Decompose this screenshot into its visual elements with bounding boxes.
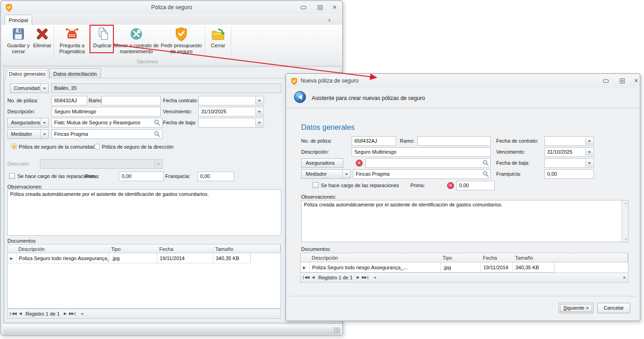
delete-button[interactable]: Eliminar bbox=[32, 26, 53, 64]
cell-tipo[interactable]: .jpg bbox=[109, 253, 157, 263]
col-header-descripcion[interactable]: Descripción bbox=[309, 253, 441, 262]
tab-datos-domiciliacion[interactable]: Datos domiciliación bbox=[49, 68, 101, 78]
reparaciones-checkbox[interactable] bbox=[9, 173, 15, 179]
radio-poliza-comunidad[interactable] bbox=[11, 144, 17, 150]
chevron-down-icon[interactable] bbox=[255, 97, 263, 105]
scroll-left-icon[interactable]: ◀ bbox=[79, 312, 85, 316]
scroll-right-icon[interactable]: ▶ bbox=[622, 276, 628, 279]
comunidad-field[interactable]: Bailén, 20 bbox=[51, 83, 281, 93]
chevron-down-icon[interactable] bbox=[255, 108, 263, 116]
ramo-field[interactable] bbox=[417, 136, 491, 146]
ramo-field[interactable] bbox=[101, 96, 161, 106]
chevron-down-icon[interactable] bbox=[255, 119, 263, 127]
fecha-baja-field[interactable] bbox=[544, 158, 594, 168]
minimize-button[interactable] bbox=[298, 4, 308, 11]
fecha-contrato-field[interactable] bbox=[544, 136, 594, 146]
aseguradora-field[interactable] bbox=[365, 158, 491, 168]
scroll-up-icon[interactable]: ▲ bbox=[622, 201, 629, 205]
cell-fecha[interactable]: 19/11/2014 bbox=[481, 262, 513, 272]
maximize-button[interactable] bbox=[315, 4, 325, 11]
cell-tamano[interactable]: 340,35 KB bbox=[513, 262, 554, 272]
col-header-tamano[interactable]: Tamaño bbox=[513, 253, 554, 262]
col-header-fecha[interactable]: Fecha bbox=[481, 253, 513, 262]
search-icon[interactable] bbox=[482, 171, 489, 177]
search-icon[interactable] bbox=[482, 160, 489, 166]
grid-corner bbox=[7, 244, 17, 253]
scroll-down-icon[interactable]: ▼ bbox=[622, 238, 629, 241]
minimize-button[interactable] bbox=[601, 77, 611, 84]
aseguradora-field[interactable]: Fiatc Mutua de Seguros y Reaseguros bbox=[51, 118, 162, 128]
nav-last-icon[interactable]: ▶▶ bbox=[67, 312, 75, 316]
tab-datos-generales[interactable]: Datos generales bbox=[6, 68, 49, 78]
mediador-field[interactable]: Fincas Pragma bbox=[353, 169, 491, 179]
observaciones-textarea[interactable]: Póliza creada automáticamente por el asi… bbox=[301, 200, 628, 242]
mediador-selector[interactable]: Mediador bbox=[7, 129, 49, 139]
ribbon-collapse-icon[interactable]: ∧ bbox=[328, 17, 331, 22]
radio-poliza-direccion[interactable] bbox=[94, 144, 100, 150]
cell-fecha[interactable]: 19/11/2014 bbox=[157, 253, 213, 263]
fecha-baja-field[interactable] bbox=[198, 118, 264, 128]
search-icon[interactable] bbox=[154, 119, 160, 126]
chevron-down-icon[interactable] bbox=[585, 137, 593, 145]
nav-next-icon[interactable]: ▶ bbox=[355, 276, 360, 279]
nav-prev-icon[interactable]: ◀ bbox=[310, 276, 315, 279]
vencimiento-field[interactable]: 31/10/2025 bbox=[198, 107, 264, 117]
descripcion-field[interactable]: Seguro Multiriesgo bbox=[352, 147, 491, 157]
close-form-button[interactable]: Cerrar bbox=[206, 26, 230, 64]
no-poliza-field[interactable]: 658432AJ bbox=[51, 96, 87, 106]
col-header-descripcion[interactable]: Descripción bbox=[16, 244, 109, 253]
franquicia-field[interactable]: 0,00 bbox=[197, 172, 234, 181]
cell-tamano[interactable]: 340,35 KB bbox=[213, 253, 251, 263]
fecha-contrato-field[interactable] bbox=[198, 96, 264, 106]
radio-direccion-label: Póliza de seguro de la dirección bbox=[102, 144, 174, 150]
cancel-button[interactable]: Cancelar bbox=[597, 303, 630, 313]
nav-first-icon[interactable]: ◀◀ bbox=[10, 312, 17, 316]
search-icon[interactable] bbox=[154, 131, 160, 137]
close-icon: ✕ bbox=[634, 78, 638, 83]
nav-last-icon[interactable]: ▶▶ bbox=[360, 276, 368, 279]
nav-next-icon[interactable]: ▶ bbox=[62, 312, 67, 316]
nav-prev-icon[interactable]: ◀ bbox=[17, 312, 22, 316]
prima-field[interactable]: 0,00 bbox=[119, 172, 164, 181]
row-selector[interactable]: ▶ bbox=[8, 253, 17, 263]
scroll-left-icon[interactable]: ◀ bbox=[372, 276, 378, 279]
vencimiento-value: 31/10/2025 bbox=[547, 149, 572, 155]
shield-check-icon bbox=[174, 27, 189, 41]
col-header-tipo[interactable]: Tipo bbox=[440, 253, 481, 262]
back-icon[interactable] bbox=[294, 91, 306, 103]
observaciones-textarea[interactable]: Póliza creada automáticamente por el asi… bbox=[7, 189, 281, 236]
col-header-tipo[interactable]: Tipo bbox=[109, 244, 157, 253]
nav-first-icon[interactable]: ◀◀ bbox=[303, 276, 310, 279]
mediador-field[interactable]: Fincas Pragma bbox=[51, 129, 162, 139]
comunidad-selector[interactable]: Comunidad bbox=[10, 83, 49, 93]
next-button[interactable]: Siguiente > bbox=[559, 303, 594, 313]
save-close-button[interactable]: Guardar y cerrar bbox=[5, 26, 32, 64]
cell-descripcion[interactable]: Poliza Seguro todo riesgo Assegurança_..… bbox=[17, 253, 109, 263]
chevron-down-icon[interactable] bbox=[585, 148, 593, 156]
vencimiento-label: Vencimiento: bbox=[496, 149, 525, 155]
no-poliza-field[interactable]: 658432AJ bbox=[352, 136, 396, 146]
maximize-button[interactable] bbox=[617, 77, 627, 84]
mediador-selector-label: Mediador bbox=[11, 131, 32, 137]
ask-pragmatica-button[interactable]: Pregunta a Pragmática bbox=[55, 26, 89, 64]
franquicia-field[interactable]: 0,00 bbox=[544, 169, 594, 179]
ribbon-tab-principal[interactable]: Principal bbox=[5, 15, 32, 25]
descripcion-field[interactable]: Seguro Multiriesgo bbox=[51, 107, 161, 117]
reparaciones-checkbox[interactable] bbox=[313, 182, 319, 188]
col-header-tamano[interactable]: Tamaño bbox=[213, 244, 251, 253]
col-header-fecha[interactable]: Fecha bbox=[157, 244, 213, 253]
mediador-selector[interactable]: Mediador bbox=[301, 169, 351, 179]
resize-grip[interactable] bbox=[334, 327, 340, 333]
prima-field[interactable]: 0,00 bbox=[456, 181, 495, 190]
aseguradora-selector[interactable]: Aseguradora bbox=[7, 118, 49, 128]
textarea-scrollbar[interactable]: ▲ ▼ bbox=[622, 200, 628, 242]
aseguradora-selector[interactable]: Aseguradora bbox=[301, 158, 343, 168]
close-button[interactable]: ✕ bbox=[631, 77, 641, 84]
grid-corner bbox=[300, 253, 310, 262]
close-button[interactable]: ✕ bbox=[330, 4, 340, 11]
chevron-down-icon[interactable] bbox=[585, 159, 593, 167]
row-selector[interactable]: ▶ bbox=[301, 262, 310, 272]
vencimiento-field[interactable]: 31/10/2025 bbox=[544, 147, 594, 157]
cell-tipo[interactable]: .jpg bbox=[441, 262, 481, 272]
cell-descripcion[interactable]: Poliza Seguro todo riesgo Assegurança_..… bbox=[310, 262, 441, 272]
